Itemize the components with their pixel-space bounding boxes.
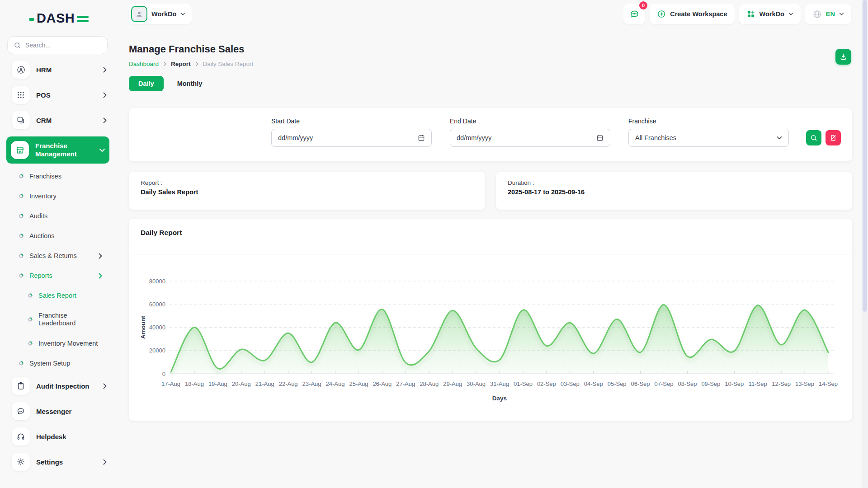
sidebar-item-label: Audits <box>29 212 47 220</box>
svg-text:40000: 40000 <box>149 324 165 331</box>
sidebar-item-crm[interactable]: CRM <box>0 111 116 129</box>
sidebar-item-reports[interactable]: Reports <box>19 266 116 286</box>
search-input[interactable] <box>25 42 98 49</box>
sidebar-item-sales-returns[interactable]: Sales & Returns <box>19 246 116 266</box>
chevron-down-icon <box>788 12 793 16</box>
sidebar-item-messenger[interactable]: Messenger <box>0 402 116 420</box>
end-date-placeholder: dd/mm/yyyy <box>457 134 491 141</box>
chevron-right-icon <box>103 459 107 465</box>
svg-text:19-Aug: 19-Aug <box>208 380 227 387</box>
svg-text:10-Sep: 10-Sep <box>725 380 744 387</box>
app-switcher-label: WorkDo <box>760 10 784 18</box>
sidebar-item-franchise-management[interactable]: Franchise Management <box>6 136 109 164</box>
globe-icon <box>812 9 822 19</box>
sidebar-item-label: Franchises <box>29 173 61 180</box>
report-label: Report : <box>141 179 473 186</box>
breadcrumb-dashboard[interactable]: Dashboard <box>129 61 159 67</box>
apply-filter-button[interactable] <box>806 130 821 145</box>
franchise-select[interactable]: All Franchises <box>628 129 789 147</box>
page-title: Manage Franchise Sales <box>129 43 245 55</box>
app-switcher-button[interactable]: WorkDo <box>739 4 801 24</box>
duration-label: Duration : <box>508 179 840 186</box>
svg-text:30-Aug: 30-Aug <box>467 380 486 387</box>
sidebar: DASH HRM POS <box>0 0 116 488</box>
end-date-input[interactable]: dd/mm/yyyy <box>450 129 610 147</box>
chevron-down-icon <box>777 136 782 140</box>
svg-text:22-Aug: 22-Aug <box>279 380 298 387</box>
create-workspace-label: Create Workspace <box>670 10 727 18</box>
svg-text:03-Sep: 03-Sep <box>561 380 580 387</box>
svg-text:07-Sep: 07-Sep <box>655 380 674 387</box>
sidebar-item-helpdesk[interactable]: Helpdesk <box>0 427 116 446</box>
sidebar-item-label: Helpdesk <box>36 433 66 441</box>
sidebar-item-audits[interactable]: Audits <box>19 206 116 226</box>
page-scrollbar[interactable] <box>862 0 868 488</box>
crm-icon <box>12 111 30 129</box>
breadcrumb: Dashboard Report Daily Sales Report <box>129 61 253 67</box>
svg-text:06-Sep: 06-Sep <box>631 380 650 387</box>
sidebar-item-label: Messenger <box>36 408 71 415</box>
chevron-down-icon <box>99 148 105 152</box>
reset-filter-button[interactable] <box>826 130 841 145</box>
clipboard-icon <box>12 377 30 395</box>
sidebar-item-inventory[interactable]: Inventory <box>19 186 116 206</box>
workspace-avatar <box>131 6 147 22</box>
download-icon <box>839 52 848 61</box>
pos-icon <box>12 86 30 104</box>
ring-bullet-icon <box>19 234 24 238</box>
svg-text:01-Sep: 01-Sep <box>514 380 533 387</box>
ring-bullet-icon <box>19 253 24 258</box>
sidebar-item-audit-inspection[interactable]: Audit Inspection <box>0 377 116 395</box>
sidebar-item-inventory-movement[interactable]: Inventory Movement <box>28 333 116 353</box>
sidebar-item-label: Sales & Returns <box>29 252 77 259</box>
ring-bullet-icon <box>19 214 24 218</box>
sidebar-item-pos[interactable]: POS <box>0 86 116 104</box>
scrollbar-thumb[interactable] <box>863 0 867 312</box>
create-workspace-button[interactable]: Create Workspace <box>650 4 734 24</box>
language-label: EN <box>826 10 835 18</box>
breadcrumb-current: Daily Sales Report <box>203 61 254 67</box>
download-button[interactable] <box>835 49 851 65</box>
chat-messages-icon <box>629 9 640 19</box>
daily-report-card: Daily Report 02000040000600008000017-Aug… <box>129 219 852 421</box>
svg-text:09-Sep: 09-Sep <box>701 380 720 387</box>
sidebar-search[interactable] <box>7 36 108 54</box>
sidebar-item-label: Auctions <box>29 232 55 239</box>
sidebar-item-franchises[interactable]: Franchises <box>19 166 116 186</box>
ring-bullet-icon <box>19 174 24 178</box>
messages-count-badge: 0 <box>639 1 647 9</box>
tab-daily[interactable]: Daily <box>129 76 164 91</box>
clear-file-icon <box>830 134 837 141</box>
chevron-right-icon <box>163 61 166 66</box>
tab-monthly[interactable]: Monthly <box>175 76 204 91</box>
svg-text:28-Aug: 28-Aug <box>420 380 439 387</box>
sidebar-item-system-setup[interactable]: System Setup <box>19 353 116 373</box>
svg-text:29-Aug: 29-Aug <box>443 380 462 387</box>
svg-text:31-Aug: 31-Aug <box>490 380 509 387</box>
language-selector[interactable]: EN <box>805 4 851 24</box>
messages-button[interactable]: 0 <box>623 4 645 24</box>
gear-icon <box>12 453 30 471</box>
sidebar-item-hrm[interactable]: HRM <box>0 61 116 79</box>
chevron-right-icon <box>103 67 107 73</box>
svg-text:23-Aug: 23-Aug <box>302 380 321 387</box>
report-period-tabs: Daily Monthly <box>129 76 204 91</box>
app-window: DASH HRM POS <box>0 0 868 488</box>
ring-bullet-icon <box>28 293 33 298</box>
workspace-name: WorkDo <box>151 10 176 18</box>
reports-submenu: Sales Report Franchise Leaderboard Inven… <box>19 286 116 353</box>
sidebar-item-sales-report[interactable]: Sales Report <box>28 286 116 305</box>
sidebar-item-franchise-leaderboard[interactable]: Franchise Leaderboard <box>28 305 116 333</box>
chat-bubble-icon <box>12 402 30 420</box>
sidebar-item-label: CRM <box>36 117 52 124</box>
ring-bullet-icon <box>19 194 24 198</box>
sidebar-item-label: Reports <box>29 272 52 279</box>
sidebar-item-settings[interactable]: Settings <box>0 453 116 471</box>
person-icon <box>134 9 144 19</box>
workspace-selector[interactable]: WorkDo <box>129 4 192 24</box>
start-date-input[interactable]: dd/mm/yyyy <box>271 129 432 147</box>
svg-text:20-Aug: 20-Aug <box>232 380 251 387</box>
svg-text:02-Sep: 02-Sep <box>537 380 556 387</box>
ring-bullet-icon <box>28 317 33 322</box>
sidebar-item-auctions[interactable]: Auctions <box>19 226 116 246</box>
